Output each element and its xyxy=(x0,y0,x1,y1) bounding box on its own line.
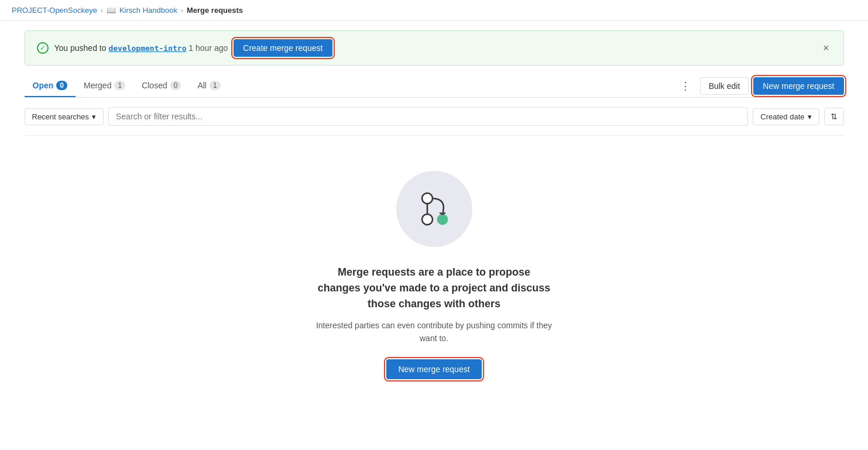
svg-point-0 xyxy=(422,193,433,204)
empty-state-description: Interested parties can even contribute b… xyxy=(311,319,557,345)
tabs-section: Open 0 Merged 1 Closed 0 All 1 ⋮ Bulk ed… xyxy=(25,75,844,98)
success-check-icon: ✓ xyxy=(37,42,49,54)
tab-closed[interactable]: Closed 0 xyxy=(133,75,189,97)
recent-searches-label: Recent searches xyxy=(32,112,90,121)
filter-bar: Recent searches ▾ Created date ▾ ⇅ xyxy=(25,98,844,136)
tab-open-label: Open xyxy=(33,81,54,90)
new-merge-request-button-empty[interactable]: New merge request xyxy=(386,359,481,379)
svg-point-1 xyxy=(422,214,433,225)
push-suffix: 1 hour ago xyxy=(188,43,228,53)
tab-all[interactable]: All 1 xyxy=(189,75,228,97)
merge-request-icon xyxy=(411,186,458,232)
breadcrumb: PROJECT-OpenSockeye › 📖 Kirsch Handbook … xyxy=(0,0,868,21)
tab-open-badge: 0 xyxy=(56,81,67,90)
sort-chevron-icon: ▾ xyxy=(808,112,812,121)
recent-searches-chevron-icon: ▾ xyxy=(92,112,96,121)
push-message: You pushed to development-intro 1 hour a… xyxy=(54,43,228,53)
banner-left: ✓ You pushed to development-intro 1 hour… xyxy=(37,39,332,57)
sort-label: Created date xyxy=(760,112,804,121)
tab-all-label: All xyxy=(197,81,207,90)
recent-searches-button[interactable]: Recent searches ▾ xyxy=(25,108,104,125)
tabs-list: Open 0 Merged 1 Closed 0 All 1 xyxy=(25,75,229,97)
main-content: ✓ You pushed to development-intro 1 hour… xyxy=(13,30,856,403)
sort-button[interactable]: Created date ▾ xyxy=(753,108,819,125)
breadcrumb-sep2: › xyxy=(181,6,183,15)
breadcrumb-handbook-link[interactable]: Kirsch Handbook xyxy=(119,6,177,15)
create-mr-button[interactable]: Create merge request xyxy=(234,39,332,57)
empty-state: Merge requests are a place to propose ch… xyxy=(25,136,844,403)
push-prefix: You pushed to xyxy=(54,43,107,53)
empty-state-desc-text: Interested parties can even contribute b… xyxy=(316,321,552,343)
search-input[interactable] xyxy=(108,107,748,126)
new-merge-request-button-header[interactable]: New merge request xyxy=(753,77,843,95)
bulk-edit-button[interactable]: Bulk edit xyxy=(700,77,749,95)
svg-point-2 xyxy=(437,214,448,225)
sort-order-button[interactable]: ⇅ xyxy=(824,108,844,125)
breadcrumb-current: Merge requests xyxy=(187,6,243,15)
more-options-button[interactable]: ⋮ xyxy=(675,77,695,95)
breadcrumb-book-icon: 📖 xyxy=(107,6,116,15)
tab-all-badge: 1 xyxy=(210,81,221,90)
close-banner-button[interactable]: × xyxy=(821,42,832,54)
tabs-actions: ⋮ Bulk edit New merge request xyxy=(675,77,844,95)
branch-link[interactable]: development-intro xyxy=(108,44,186,53)
push-banner: ✓ You pushed to development-intro 1 hour… xyxy=(25,30,844,66)
tab-merged-label: Merged xyxy=(84,81,111,90)
tab-closed-badge: 0 xyxy=(170,81,181,90)
tab-merged[interactable]: Merged 1 xyxy=(76,75,133,97)
empty-state-illustration xyxy=(396,171,472,247)
tab-open[interactable]: Open 0 xyxy=(25,75,76,97)
tab-closed-label: Closed xyxy=(142,81,167,90)
breadcrumb-sep1: › xyxy=(101,6,103,15)
empty-state-title: Merge requests are a place to propose ch… xyxy=(317,264,551,312)
breadcrumb-project-link[interactable]: PROJECT-OpenSockeye xyxy=(12,6,97,15)
tab-merged-badge: 1 xyxy=(114,81,125,90)
